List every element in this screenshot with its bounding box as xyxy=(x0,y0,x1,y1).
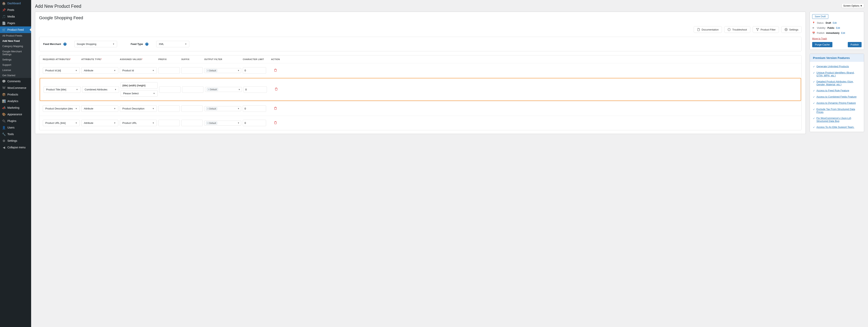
premium-feature-link[interactable]: Fix WooCommerce's (Json-Ld) Structured D… xyxy=(816,117,861,123)
premium-feature-link[interactable]: Access to Feed Rule Feature xyxy=(816,89,849,92)
settings-button[interactable]: Settings xyxy=(781,26,802,33)
premium-feature-link[interactable]: Access to Dynamic Pricing Feature xyxy=(816,101,856,105)
sidebar-subitem[interactable]: All Product Feeds xyxy=(0,33,31,38)
assigned-value-select[interactable]: Product Id▼ xyxy=(120,67,157,74)
attribute-type-select[interactable]: Attribute▼ xyxy=(81,120,118,126)
suffix-input[interactable] xyxy=(182,86,204,93)
premium-features-box: Premium Version Features ✓Generate Unlim… xyxy=(810,54,864,132)
required-attribute-select[interactable]: Product Id [id]▼ xyxy=(43,67,80,74)
sidebar-item-users[interactable]: 👤Users xyxy=(0,124,31,131)
required-attribute-select[interactable]: Product URL [link]▼ xyxy=(43,120,80,126)
prefix-input[interactable] xyxy=(158,67,180,74)
edit-status-link[interactable]: Edit xyxy=(833,22,837,24)
feed-type-label: Feed Type xyxy=(131,42,143,45)
edit-visibility-link[interactable]: Edit xyxy=(836,27,840,29)
remove-tag-icon[interactable]: × xyxy=(207,69,209,72)
assigned-value-select[interactable]: Product Description▼ xyxy=(120,105,157,112)
sidebar-item-label: Settings xyxy=(7,139,17,142)
check-icon: ✓ xyxy=(813,90,815,92)
sidebar-item-media[interactable]: 🎵Media xyxy=(0,13,31,20)
sidebar-item-marketing[interactable]: 📣Marketing xyxy=(0,104,31,111)
premium-feature-link[interactable]: Detailed Product Attributes (Size, Gende… xyxy=(816,80,861,86)
premium-feature-link[interactable]: Exclude Tax From Structured Data Prices xyxy=(816,108,861,113)
premium-feature-link[interactable]: Unique Product Identifiers (Brand, GTIN,… xyxy=(816,71,861,77)
sidebar-item-dashboard[interactable]: 🏠Dashboard xyxy=(0,0,31,7)
sidebar-subitem[interactable]: Support xyxy=(0,62,31,67)
help-icon[interactable]: ? xyxy=(63,42,66,46)
chevron-down-icon: ▼ xyxy=(114,122,116,124)
assigned-value-input[interactable] xyxy=(121,82,158,89)
edit-publish-link[interactable]: Edit xyxy=(841,32,845,34)
sidebar-item-analytics[interactable]: 📊Analytics xyxy=(0,98,31,104)
save-draft-button[interactable]: Save Draft xyxy=(812,14,828,19)
prefix-input[interactable] xyxy=(159,86,181,93)
output-filter-select[interactable]: ×Default▼ xyxy=(204,121,241,126)
suffix-input[interactable] xyxy=(181,120,203,126)
output-filter-select[interactable]: ×Default▼ xyxy=(204,68,241,73)
document-icon xyxy=(697,28,700,31)
sidebar-item-woocommerce[interactable]: WWooCommerce xyxy=(0,85,31,91)
help-icon[interactable]: ? xyxy=(145,42,148,46)
sidebar-subitem[interactable]: Category Mapping xyxy=(0,43,31,49)
troubleshoot-button[interactable]: Troubleshoot xyxy=(724,26,750,33)
delete-row-button[interactable] xyxy=(268,69,283,72)
character-limit-input[interactable] xyxy=(243,67,266,74)
premium-feature-link[interactable]: Access to Combined Fields Feature xyxy=(816,95,857,98)
sidebar-subitem[interactable]: Settings xyxy=(0,57,31,62)
product-filter-button[interactable]: Product Filter xyxy=(753,26,779,33)
attribute-table: Required Attributes Attribute Type Assig… xyxy=(39,55,802,130)
sidebar-subitem[interactable]: Google Merchant Settings xyxy=(0,49,31,57)
remove-tag-icon[interactable]: × xyxy=(207,122,209,124)
publish-button[interactable]: Publish xyxy=(848,42,862,47)
feed-type-select[interactable]: XML▼ xyxy=(156,41,189,47)
documentation-button[interactable]: Documentation xyxy=(694,26,722,33)
suffix-input[interactable] xyxy=(181,67,203,74)
remove-tag-icon[interactable]: × xyxy=(208,88,209,91)
purge-cache-button[interactable]: Purge Cache xyxy=(812,42,832,47)
premium-feature-link[interactable]: Access To An Elite Support Team. xyxy=(816,126,855,129)
check-icon: ✓ xyxy=(813,102,815,105)
sidebar-item-products[interactable]: 📦Products xyxy=(0,91,31,98)
col-attribute-type: Attribute Type xyxy=(81,58,118,61)
premium-feature-link[interactable]: Generate Unlimited Products xyxy=(816,65,849,68)
sidebar-subitem[interactable]: Get Started xyxy=(0,73,31,78)
character-limit-input[interactable] xyxy=(243,105,266,112)
assigned-value-select[interactable]: Product URL▼ xyxy=(120,120,157,126)
attribute-type-select[interactable]: Combined Attributes▼ xyxy=(82,86,119,93)
feed-title-panel: Google Shopping Feed Documentation Troub… xyxy=(35,12,806,134)
plugin-icon: 🔌 xyxy=(2,119,6,123)
prefix-input[interactable] xyxy=(158,105,180,112)
chevron-down-icon: ▼ xyxy=(152,122,154,124)
character-limit-input[interactable] xyxy=(243,120,266,126)
suffix-input[interactable] xyxy=(181,105,203,112)
sidebar-item-product-feed[interactable]: 🛒Product Feed xyxy=(0,27,31,33)
output-filter-select[interactable]: ×Default▼ xyxy=(205,87,242,92)
sidebar-item-posts[interactable]: 📌Posts xyxy=(0,7,31,13)
sidebar-item-label: Collapse menu xyxy=(7,146,26,149)
sidebar-item-plugins[interactable]: 🔌Plugins xyxy=(0,118,31,124)
screen-options-button[interactable]: Screen Options ▼ xyxy=(841,4,864,8)
sidebar-subitem[interactable]: License xyxy=(0,67,31,73)
delete-row-button[interactable] xyxy=(268,107,283,110)
move-to-trash-link[interactable]: Move to Trash xyxy=(812,37,827,40)
col-character-limit: Character Limit xyxy=(243,58,266,61)
sidebar-item-tools[interactable]: 🔧Tools xyxy=(0,131,31,137)
sidebar-item-settings[interactable]: ⚙Settings xyxy=(0,137,31,144)
character-limit-input[interactable] xyxy=(244,86,267,93)
delete-row-button[interactable] xyxy=(269,88,284,91)
sidebar-item-collapse[interactable]: ◀Collapse menu xyxy=(0,144,31,151)
sidebar-item-comments[interactable]: 💬Comments xyxy=(0,78,31,85)
attribute-type-select[interactable]: Attribute▼ xyxy=(81,105,118,112)
please-select-dropdown[interactable]: Please Select▼ xyxy=(121,90,158,97)
output-filter-select[interactable]: ×Default▼ xyxy=(204,106,241,111)
prefix-input[interactable] xyxy=(158,120,180,126)
remove-tag-icon[interactable]: × xyxy=(207,107,209,110)
sidebar-subitem[interactable]: Add New Feed xyxy=(0,38,31,43)
sidebar-item-pages[interactable]: 📄Pages xyxy=(0,20,31,27)
attribute-type-select[interactable]: Attribute▼ xyxy=(81,67,118,74)
sidebar-item-appearance[interactable]: 🎨Appearance xyxy=(0,111,31,118)
required-attribute-select[interactable]: Product Description [des▼ xyxy=(43,105,80,112)
delete-row-button[interactable] xyxy=(268,121,283,125)
required-attribute-select[interactable]: Product Title [title]▼ xyxy=(43,86,81,93)
feed-merchant-select[interactable]: Google Shopping▼ xyxy=(74,41,117,47)
